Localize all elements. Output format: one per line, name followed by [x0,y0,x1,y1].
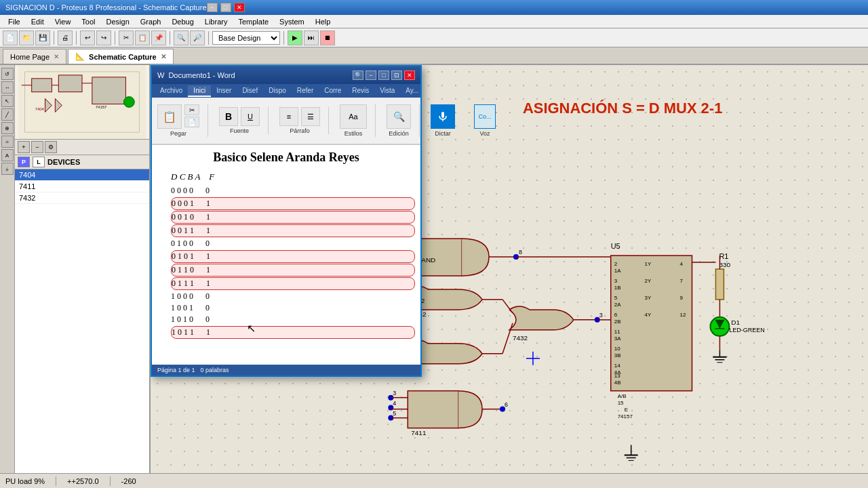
menu-edit[interactable]: Edit [26,16,50,27]
component-7411[interactable]: 7411 [15,181,149,192]
menu-library[interactable]: Library [199,16,233,27]
component-settings-button[interactable]: ⚙ [45,141,57,153]
paste-button[interactable]: 📌 [151,30,166,45]
tab-schematic-close[interactable]: ✕ [161,53,166,60]
menu-help[interactable]: Help [310,16,336,27]
ribbon-font-buttons: B U [219,107,260,126]
cut-button[interactable]: ✂ [119,30,134,45]
rotate-icon[interactable]: ↺ [1,68,14,80]
stop-button[interactable]: ⏹ [320,30,335,45]
menubar: File Edit View Tool Design Graph Debug L… [0,15,868,28]
svg-text:1Y: 1Y [645,261,652,267]
svg-text:8: 8 [519,249,522,256]
titlebar-controls: − □ ✕ [207,3,245,12]
ribbon-copy-button[interactable]: 📄 [184,117,199,127]
svg-text:3Y: 3Y [645,295,652,301]
word-truth-table: D C B A F 0 0 0 0 0 0 0 0 1 1 0 0 1 0 1 … [171,171,415,339]
label-icon[interactable]: A [1,149,14,161]
status-sep2 [110,476,111,486]
word-tab-ay[interactable]: Ay... [400,85,424,97]
ribbon-underline-button[interactable]: U [241,107,260,126]
zoom-in-button[interactable]: 🔍 [174,30,189,45]
minimize-button[interactable]: − [207,3,218,12]
maximize-button[interactable]: □ [220,3,231,12]
menu-template[interactable]: Template [233,16,274,27]
word-tab-dispo[interactable]: Dispo [263,85,292,97]
new-button[interactable]: 📄 [3,30,18,45]
ribbon-styles-button[interactable]: Aa [340,104,367,129]
remove-component-button[interactable]: − [31,141,43,153]
print-button[interactable]: 🖨 [58,30,73,45]
word-tab-revis[interactable]: Revis [347,85,374,97]
menu-design[interactable]: Design [101,16,135,27]
junction-icon[interactable]: ⊕ [1,122,14,134]
tab-homepage[interactable]: Home Page ✕ [3,49,66,64]
word-close-button[interactable]: ✕ [404,70,415,80]
svg-text:3: 3 [614,278,618,284]
svg-text:R1: R1 [719,252,728,260]
bus-icon[interactable]: = [1,136,14,148]
menu-system[interactable]: System [274,16,310,27]
word-tab-refer[interactable]: Refer [292,85,319,97]
add-component-button[interactable]: + [18,141,30,153]
component-7432[interactable]: 7432 [15,192,149,204]
sep2 [76,31,77,45]
schematic-title: ASIGNACIÓN S = D MUX 2-1 [523,100,722,117]
word-tab-inser[interactable]: Inser [211,85,237,97]
word-tab-archivo[interactable]: Archivo [155,85,188,97]
power-icon[interactable]: ⏚ [1,163,14,175]
svg-text:1A: 1A [614,268,621,274]
word-tab-vista[interactable]: Vista [374,85,400,97]
word-tab-inici[interactable]: Inici [188,85,211,97]
word-maximize-button[interactable]: ⊡ [391,70,402,80]
step-button[interactable]: ⏭ [304,30,319,45]
menu-graph[interactable]: Graph [135,16,167,27]
mirror-icon[interactable]: ↔ [1,81,14,94]
ribbon-dictate-label: Dictar [435,130,451,137]
wire-icon[interactable]: ╱ [1,108,14,121]
mode-l-button[interactable]: L [33,157,45,167]
copy-button[interactable]: 📋 [135,30,150,45]
design-select[interactable]: Base Design [212,31,280,45]
ribbon-bold-button[interactable]: B [219,107,238,126]
undo-button[interactable]: ↩ [80,30,95,45]
svg-text:3: 3 [393,390,396,396]
word-tab-corre[interactable]: Corre [319,85,347,97]
select-icon[interactable]: ↖ [1,95,14,107]
ribbon-paste-button[interactable]: 📋 [157,104,182,129]
component-7404[interactable]: 7404 [15,169,149,181]
menu-debug[interactable]: Debug [166,16,199,27]
open-button[interactable]: 📁 [19,30,34,45]
zoom-out-button[interactable]: 🔎 [190,30,205,45]
word-tab-disef[interactable]: Disef [237,85,263,97]
component-list[interactable]: 7404 7411 7432 [15,169,149,473]
word-search-button[interactable]: 🔍 [353,70,363,80]
menu-view[interactable]: View [50,16,77,27]
svg-rect-128 [715,269,724,300]
ribbon-list-button[interactable]: ☰ [301,107,320,126]
tab-schematic[interactable]: 📐 Schematic Capture ✕ [68,49,174,64]
schematic-area[interactable]: ASIGNACIÓN S = D MUX 2-1 D C B A [151,65,868,473]
toolbar: 📄 📁 💾 🖨 ↩ ↪ ✂ 📋 📌 🔍 🔎 Base Design ▶ ⏭ ⏹ [0,28,868,47]
mode-p-button[interactable]: P [18,157,30,167]
ribbon-find-button[interactable]: 🔍 [387,104,411,129]
close-button[interactable]: ✕ [234,3,245,12]
ribbon-dictate: Dictar [431,104,463,137]
ribbon-align-button[interactable]: ≡ [279,107,298,126]
tab-homepage-close[interactable]: ✕ [54,53,59,60]
devices-header: P L DEVICES [15,155,149,169]
word-ribbon: 📋 ✂ 📄 Pegar B U Fuente [152,98,420,145]
sep1 [54,31,54,45]
word-minimize-button[interactable]: − [366,70,376,80]
redo-button[interactable]: ↪ [96,30,111,45]
svg-text:4: 4 [680,261,684,267]
word-restore-button[interactable]: □ [378,70,389,80]
menu-file[interactable]: File [3,16,26,27]
menu-tool[interactable]: Tool [76,16,100,27]
ribbon-cut-button[interactable]: ✂ [184,104,199,115]
save-button[interactable]: 💾 [35,30,50,45]
ribbon-voice-button[interactable]: Co... [474,104,496,129]
svg-text:3: 3 [599,312,603,319]
ribbon-dictate-button[interactable] [431,104,455,129]
run-button[interactable]: ▶ [288,30,302,45]
